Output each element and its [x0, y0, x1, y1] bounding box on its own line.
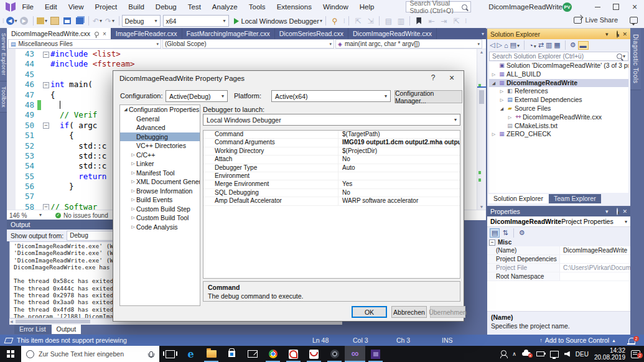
display-icon[interactable]: [550, 351, 559, 358]
properties-object-dropdown[interactable]: DicomImageReadWrite Project Properties ▾: [487, 216, 630, 227]
taskbar-app-edge[interactable]: [180, 346, 201, 362]
settings-tree-item[interactable]: ▷C/C++: [120, 151, 200, 160]
bookmark-button[interactable]: [413, 16, 424, 27]
solution-explorer-search[interactable]: Search Solution Explorer (Ctrl+ü) ▾: [489, 52, 628, 61]
menu-project[interactable]: Project: [89, 0, 123, 14]
toolbar-grip[interactable]: ⁞: [2, 18, 4, 24]
settings-tree-item[interactable]: ▷Custom Build Step: [120, 205, 200, 214]
member-dropdown[interactable]: ◈ main(int argc, char * argv[])▾: [335, 39, 482, 49]
editor-scrollbar[interactable]: ▲ ▼: [477, 49, 486, 210]
volume-icon[interactable]: [564, 351, 570, 357]
quick-launch-search[interactable]: Search Visual Studio (Ctrl+Q): [406, 1, 471, 12]
property-value[interactable]: DicomImageReadWrite: [560, 246, 630, 254]
redo-button[interactable]: ↷▾: [105, 16, 116, 27]
sync-with-active-document-icon[interactable]: ⇄: [538, 41, 544, 49]
switch-views-icon[interactable]: ▤▾: [510, 41, 520, 49]
collapsed-icon[interactable]: ▷: [506, 113, 513, 122]
pending-changes-icon[interactable]: ◔▾: [529, 42, 536, 49]
collapsed-icon[interactable]: ▷: [130, 187, 136, 196]
solution-explorer-header[interactable]: Solution Explorer ▾ ✕: [487, 29, 630, 39]
menu-debug[interactable]: Debug: [150, 0, 182, 14]
dialog-help-button[interactable]: ?: [424, 71, 442, 85]
action-center-button[interactable]: 2: [631, 350, 640, 358]
solution-tree-item[interactable]: ▷ALL_BUILD: [489, 70, 628, 79]
tab-overflow-icon[interactable]: ▾: [482, 31, 484, 37]
menu-tools[interactable]: Tools: [243, 0, 271, 14]
setting-row[interactable]: Command ArgumentsIMG019 output1.dcm outp…: [203, 139, 460, 147]
menu-test[interactable]: Test: [182, 0, 207, 14]
editor-tab[interactable]: FastMarchingImageFilter.cxx: [182, 28, 275, 39]
close-button[interactable]: [625, 0, 644, 14]
close-icon[interactable]: ✕: [622, 31, 627, 37]
collapsed-icon[interactable]: ▷: [130, 159, 136, 169]
expanded-icon[interactable]: ◢: [490, 79, 497, 88]
setting-row[interactable]: Debugger TypeAuto: [203, 164, 460, 172]
navigate-back-button[interactable]: ◀▾: [6, 16, 17, 27]
collapsed-icon[interactable]: ▷: [490, 130, 497, 139]
settings-tree-item[interactable]: ▷Manifest Tool: [120, 169, 200, 178]
settings-tree-item[interactable]: ▷Build Events: [120, 195, 200, 205]
scroll-up-icon[interactable]: ▲: [477, 50, 486, 54]
scroll-down-icon[interactable]: ▼: [477, 205, 486, 209]
collapsed-icon[interactable]: ▷: [130, 169, 136, 178]
solution-tree-item[interactable]: ▷References: [489, 87, 628, 96]
setting-row[interactable]: Working Directory$(ProjectDir): [203, 147, 460, 155]
start-button[interactable]: [0, 346, 21, 362]
setting-row[interactable]: AttachNo: [203, 155, 460, 164]
dialog-title-bar[interactable]: DicomImageReadWrite Property Pages: [113, 71, 464, 86]
taskbar-app-microsoft-store[interactable]: [222, 346, 242, 362]
setting-value[interactable]: $(ProjectDir): [338, 147, 460, 155]
configuration-manager-button[interactable]: Configuration Manager...: [394, 90, 462, 103]
taskbar-app-itk[interactable]: [365, 346, 386, 362]
editor-tab[interactable]: ImageFileReader.cxx: [111, 28, 182, 39]
collapsed-icon[interactable]: ▷: [130, 213, 136, 223]
expanded-icon[interactable]: ◢: [498, 104, 505, 113]
menu-build[interactable]: Build: [123, 0, 150, 14]
setting-value[interactable]: [338, 172, 460, 180]
scrollbar-thumb[interactable]: [479, 90, 484, 104]
collapsed-icon[interactable]: ▷: [130, 151, 136, 160]
property-value[interactable]: [560, 272, 630, 281]
expanded-icon[interactable]: ◢: [123, 105, 129, 114]
live-share-control[interactable]: Live Share: [574, 16, 638, 24]
platform-dropdown[interactable]: Active(x64)▾: [271, 90, 391, 102]
feedback-icon[interactable]: [630, 17, 638, 24]
collapsed-icon[interactable]: ▷: [498, 96, 505, 104]
alphabetical-icon[interactable]: ⇅: [502, 229, 508, 237]
minimize-button[interactable]: [588, 0, 607, 14]
solution-tree-item[interactable]: CMakeLists.txt: [489, 122, 628, 131]
taskbar-app-mail[interactable]: [242, 346, 263, 362]
property-row[interactable]: (Name)DicomImageReadWrite: [487, 246, 630, 255]
property-value[interactable]: C:\Users\PVirkar\Documents\Visu: [560, 264, 630, 272]
dialog-close-button[interactable]: ×: [442, 71, 461, 85]
ok-button[interactable]: OK: [352, 306, 387, 318]
settings-tree-item[interactable]: ▷Browse Information: [120, 187, 200, 196]
menu-edit[interactable]: Edit: [39, 0, 63, 14]
menu-analyze[interactable]: Analyze: [207, 0, 243, 14]
solution-platform-combo[interactable]: x64▾: [163, 15, 229, 27]
debugger-dropdown[interactable]: Local Windows Debugger▾: [203, 114, 460, 126]
back-icon[interactable]: ◁: [490, 41, 495, 49]
taskbar-search[interactable]: Zur Suche Text hier eingeben: [21, 346, 159, 362]
open-file-button[interactable]: [49, 16, 60, 27]
close-icon[interactable]: ✕: [622, 208, 627, 215]
user-avatar[interactable]: PV: [562, 2, 572, 12]
new-project-button[interactable]: ▾: [37, 16, 48, 27]
build-button[interactable]: ▤: [383, 16, 394, 27]
navigate-forward-button[interactable]: ▶: [19, 16, 30, 27]
editor-tab[interactable]: DicomImageReadWrite.cxx×: [7, 28, 111, 39]
close-icon[interactable]: ×: [103, 30, 106, 37]
settings-tree-item[interactable]: ▷Custom Build Tool: [120, 213, 200, 223]
solution-tree-item[interactable]: ◢DicomImageReadWrite: [489, 79, 628, 88]
clear-bookmarks-button[interactable]: ⇱: [450, 16, 462, 27]
setting-value[interactable]: WARP software accelerator: [338, 197, 460, 205]
configuration-dropdown[interactable]: Active(Debug)▾: [166, 90, 228, 102]
show-all-files-icon[interactable]: ▦: [554, 41, 560, 49]
add-to-source-control-button[interactable]: ↑ Add to Source Control ▲: [539, 335, 616, 346]
save-all-button[interactable]: [74, 16, 85, 27]
settings-tree-item[interactable]: Advanced: [120, 123, 200, 132]
step-into-button[interactable]: ⇲: [365, 16, 376, 27]
settings-tree-item[interactable]: VC++ Directories: [120, 141, 200, 151]
people-icon[interactable]: [501, 353, 506, 356]
taskbar-app-acrobat[interactable]: [283, 346, 304, 362]
